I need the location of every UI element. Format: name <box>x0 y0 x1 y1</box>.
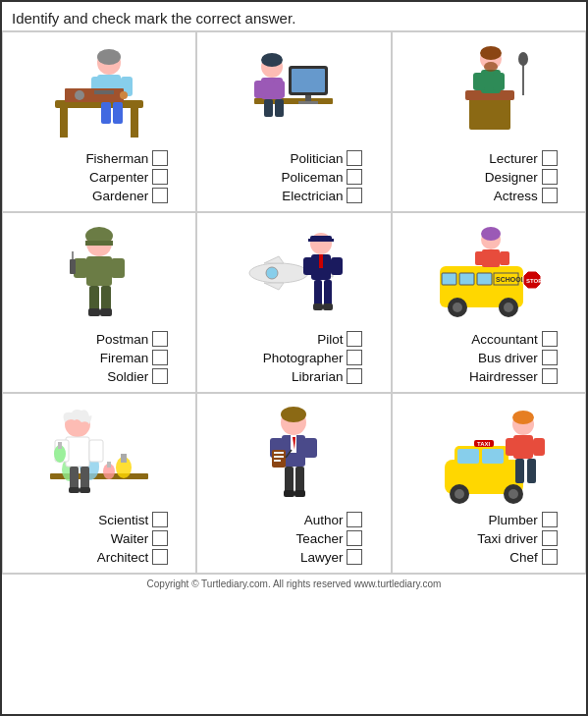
svg-rect-63 <box>323 303 333 310</box>
checkbox-scientist[interactable] <box>152 512 168 527</box>
options-lecturer: Lecturer Designer Actress <box>397 150 581 203</box>
svg-rect-109 <box>274 456 284 458</box>
svg-rect-32 <box>473 73 485 90</box>
cell-author: Author Teacher Lawyer <box>196 393 391 574</box>
checkbox-fisherman[interactable] <box>152 150 168 166</box>
svg-rect-47 <box>100 308 112 316</box>
svg-point-121 <box>454 489 464 499</box>
option-row: Accountant <box>420 331 558 347</box>
option-row: Teacher <box>225 530 362 546</box>
svg-rect-98 <box>69 487 80 493</box>
checkbox-carpenter[interactable] <box>152 169 168 185</box>
checkbox-bus-driver[interactable] <box>542 350 558 365</box>
option-label: Lawyer <box>225 550 343 565</box>
option-row: Architect <box>30 549 168 565</box>
checkbox-fireman[interactable] <box>152 350 168 365</box>
checkbox-photographer[interactable] <box>347 350 362 365</box>
option-row: Photographer <box>225 350 362 365</box>
svg-rect-79 <box>475 251 485 265</box>
checkbox-policeman[interactable] <box>347 169 362 185</box>
svg-rect-18 <box>298 101 318 104</box>
checkbox-accountant[interactable] <box>542 331 558 347</box>
svg-rect-24 <box>275 99 284 117</box>
checkbox-chef[interactable] <box>542 549 558 565</box>
option-label: Lecturer <box>420 151 538 166</box>
svg-rect-60 <box>314 280 322 307</box>
illustration-pilot <box>225 219 362 327</box>
checkbox-teacher[interactable] <box>347 530 362 546</box>
option-row: Plumber <box>420 512 558 527</box>
checkbox-architect[interactable] <box>152 549 168 565</box>
checkbox-electrician[interactable] <box>347 188 362 203</box>
svg-text:SCHOOL: SCHOOL <box>496 276 526 283</box>
checkbox-actress[interactable] <box>542 188 558 203</box>
svg-rect-55 <box>308 239 334 242</box>
checkbox-designer[interactable] <box>542 169 558 185</box>
svg-rect-67 <box>477 273 492 285</box>
svg-rect-95 <box>58 442 62 449</box>
option-row: Taxi driver <box>420 530 558 546</box>
instruction: Identify and check mark the correct answ… <box>2 2 586 30</box>
option-label: Postman <box>30 332 148 347</box>
options-accountant: Accountant Bus driver Hairdresser <box>397 331 581 384</box>
option-label: Photographer <box>225 351 343 365</box>
svg-point-127 <box>512 411 534 424</box>
checkbox-waiter[interactable] <box>152 530 168 546</box>
option-label: Designer <box>420 170 538 185</box>
checkbox-gardener[interactable] <box>152 188 168 203</box>
svg-rect-61 <box>324 280 332 307</box>
svg-point-77 <box>481 227 501 241</box>
option-row: Gardener <box>30 188 168 203</box>
checkbox-plumber[interactable] <box>542 512 558 527</box>
option-row: Fireman <box>30 350 168 365</box>
illustration-postman <box>30 219 168 327</box>
svg-rect-66 <box>459 273 474 285</box>
option-label: Fireman <box>30 351 148 365</box>
option-row: Designer <box>420 169 558 185</box>
options-postman: Postman Fireman Soldier <box>7 331 191 384</box>
svg-point-11 <box>75 90 84 100</box>
options-scientist: Scientist Waiter Architect <box>7 512 191 565</box>
option-row: Lecturer <box>420 150 558 166</box>
checkbox-hairdresser[interactable] <box>542 368 558 384</box>
option-row: Waiter <box>30 530 168 546</box>
cell-accountant: SCHOOL STOP Accountant Bus driver <box>392 212 586 393</box>
options-politician: Politician Policeman Electrician <box>201 150 386 203</box>
svg-rect-33 <box>493 73 505 90</box>
illustration-lecturer <box>420 38 558 146</box>
checkbox-postman[interactable] <box>152 331 168 347</box>
option-row: Lawyer <box>225 549 362 565</box>
svg-rect-1 <box>60 108 68 138</box>
svg-rect-12 <box>94 90 114 94</box>
option-label: Librarian <box>225 369 343 384</box>
checkbox-politician[interactable] <box>347 150 362 166</box>
svg-rect-23 <box>264 99 273 117</box>
svg-rect-17 <box>305 95 311 101</box>
svg-rect-58 <box>331 257 343 275</box>
checkbox-lecturer[interactable] <box>542 150 558 166</box>
cell-fisherman: Fisherman Carpenter Gardener <box>2 31 196 212</box>
checkbox-author[interactable] <box>347 512 362 527</box>
svg-rect-110 <box>274 460 281 462</box>
option-label: Politician <box>225 151 343 166</box>
svg-point-48 <box>249 263 308 283</box>
cell-lecturer: Lecturer Designer Actress <box>392 31 586 212</box>
option-label: Carpenter <box>30 170 148 185</box>
option-row: Electrician <box>225 188 362 203</box>
checkbox-taxi-driver[interactable] <box>542 530 558 546</box>
svg-point-34 <box>484 62 498 72</box>
option-label: Soldier <box>30 369 148 384</box>
checkbox-lawyer[interactable] <box>347 549 362 565</box>
option-label: Waiter <box>30 531 148 546</box>
option-label: Hairdresser <box>420 369 538 384</box>
option-row: Soldier <box>30 368 168 384</box>
cell-plumber: TAXI Plumber Taxi driver <box>392 393 586 574</box>
option-label: Bus driver <box>420 351 538 365</box>
checkbox-librarian[interactable] <box>347 368 362 384</box>
svg-rect-2 <box>131 108 138 138</box>
svg-text:STOP: STOP <box>526 278 542 284</box>
checkbox-soldier[interactable] <box>152 368 168 384</box>
option-label: Gardener <box>30 189 148 203</box>
option-row: Author <box>225 512 362 527</box>
checkbox-pilot[interactable] <box>347 331 362 347</box>
